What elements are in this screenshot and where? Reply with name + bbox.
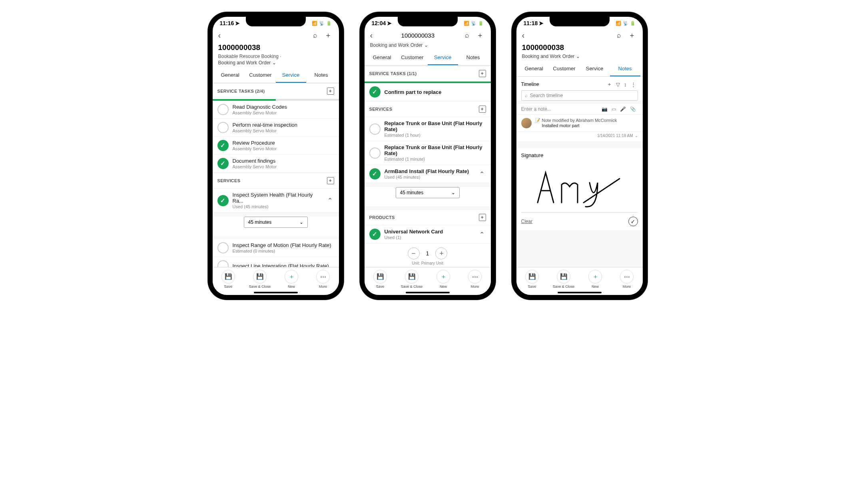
service-checkbox[interactable] [217, 195, 229, 206]
task-checkbox[interactable] [217, 140, 229, 151]
task-checkbox[interactable] [217, 122, 229, 133]
form-dropdown-label: Booking and Work Order [218, 60, 271, 66]
service-checkbox[interactable] [217, 260, 229, 267]
service-checkbox[interactable] [369, 124, 381, 135]
back-button[interactable]: ‹ [218, 31, 221, 40]
video-icon[interactable]: ▭ [610, 106, 618, 112]
task-checkbox[interactable] [369, 86, 381, 98]
task-row[interactable]: Confirm part to replace [365, 83, 491, 101]
qty-plus-button[interactable]: + [435, 247, 447, 259]
task-row[interactable]: Read Diagnostic Codes Assembly Servo Mot… [213, 101, 339, 119]
timeline-add-icon[interactable]: ＋ [605, 81, 614, 88]
save-close-button[interactable]: 💾 Save & Close [548, 270, 580, 289]
chevron-up-icon[interactable]: ⌃ [478, 169, 486, 179]
service-row[interactable]: Replace Trunk or Base Unit (Flat Hourly … [365, 117, 491, 141]
clear-signature-button[interactable]: Clear [521, 219, 533, 224]
save-close-button[interactable]: 💾 Save & Close [396, 270, 428, 289]
search-timeline-input[interactable]: ⌕ Search timeline [521, 90, 638, 101]
home-indicator[interactable] [558, 292, 602, 293]
tab-general[interactable]: General [367, 50, 397, 65]
save-close-button[interactable]: 💾 Save & Close [244, 270, 276, 289]
add-task-button[interactable]: + [479, 70, 486, 77]
new-button[interactable]: ＋ New [428, 270, 459, 289]
task-sub: Assembly Servo Motor [233, 164, 334, 169]
tab-general[interactable]: General [215, 68, 245, 83]
service-row[interactable]: Inspect Range of Motion (Flat Hourly Rat… [213, 239, 339, 257]
save-button[interactable]: 💾 Save [213, 270, 244, 289]
service-row[interactable]: ArmBand Install (Flat Hourly Rate) Used … [365, 165, 491, 183]
duration-dropdown[interactable]: 45 minutes ⌄ [244, 217, 308, 228]
task-checkbox[interactable] [217, 104, 229, 115]
new-button[interactable]: ＋ New [580, 270, 611, 289]
tab-service[interactable]: Service [428, 50, 458, 65]
back-button[interactable]: ‹ [522, 31, 525, 40]
service-row[interactable]: Inspect System Health (Flat Hourly Ra...… [213, 189, 339, 213]
tab-service[interactable]: Service [580, 62, 610, 76]
tab-customer[interactable]: Customer [549, 62, 580, 76]
more-button[interactable]: ⋯ More [611, 270, 643, 289]
search-icon: ⌕ [525, 93, 528, 98]
form-dropdown[interactable]: Booking and Work Order ⌄ [365, 42, 491, 50]
location-icon: ➤ [539, 20, 544, 26]
home-indicator[interactable] [254, 292, 298, 293]
service-row[interactable]: Inspect Line Integration (Flat Hourly Ra… [213, 257, 339, 267]
more-button[interactable]: ⋯ More [459, 270, 491, 289]
service-row[interactable]: Replace Trunk or Base Unit (Flat Hourly … [365, 141, 491, 165]
duration-dropdown[interactable]: 45 minutes ⌄ [396, 187, 460, 198]
search-icon[interactable]: ⌕ [311, 31, 319, 40]
service-checkbox[interactable] [369, 147, 381, 159]
add-service-button[interactable]: + [479, 106, 486, 113]
service-sub: Estimated (1 hour) [385, 133, 486, 137]
product-checkbox[interactable] [369, 229, 381, 240]
camera-icon[interactable]: 📷 [600, 106, 610, 112]
task-row[interactable]: Review Procedure Assembly Servo Motor [213, 137, 339, 155]
plus-icon[interactable]: ＋ [323, 30, 333, 40]
tab-notes[interactable]: Notes [610, 62, 640, 76]
tab-customer[interactable]: Customer [245, 68, 276, 83]
form-dropdown[interactable]: Booking and Work Order ⌄ [516, 54, 643, 62]
plus-icon[interactable]: ＋ [475, 30, 485, 40]
tab-customer[interactable]: Customer [397, 50, 428, 65]
more-icon: ⋯ [316, 270, 330, 283]
attach-icon[interactable]: 📎 [628, 106, 638, 112]
task-row[interactable]: Document findings Assembly Servo Motor [213, 155, 339, 173]
chevron-down-icon[interactable]: ⌄ [635, 133, 638, 138]
back-button[interactable]: ‹ [370, 31, 373, 40]
save-icon: 💾 [525, 270, 539, 283]
filter-icon[interactable]: ▽ [614, 82, 622, 88]
plus-icon[interactable]: ＋ [627, 30, 637, 40]
save-button[interactable]: 💾 Save [365, 270, 396, 289]
note-input[interactable]: Enter a note... 📷 ▭ 🎤 📎 [516, 104, 643, 115]
search-icon[interactable]: ⌕ [463, 31, 471, 40]
chevron-down-icon: ⌄ [576, 54, 580, 59]
confirm-signature-button[interactable]: ✓ [628, 217, 638, 226]
tab-service[interactable]: Service [276, 68, 306, 83]
task-checkbox[interactable] [217, 158, 229, 169]
add-task-button[interactable]: + [327, 88, 334, 95]
sort-icon[interactable]: ↕ [622, 82, 629, 88]
more-button[interactable]: ⋯ More [307, 270, 339, 289]
service-checkbox[interactable] [369, 168, 381, 179]
tab-general[interactable]: General [519, 62, 549, 76]
add-product-button[interactable]: + [479, 214, 486, 221]
service-checkbox[interactable] [217, 242, 229, 253]
mic-icon[interactable]: 🎤 [618, 106, 628, 112]
home-indicator[interactable] [406, 292, 450, 293]
duration-value: 45 minutes [248, 219, 272, 225]
product-row[interactable]: Universal Network Card Used (1) ⌃ [365, 225, 491, 243]
add-service-button[interactable]: + [327, 177, 334, 184]
more-icon[interactable]: ⋮ [629, 82, 638, 88]
signature-label: Signature [521, 152, 638, 158]
save-button[interactable]: 💾 Save [516, 270, 548, 289]
chevron-up-icon[interactable]: ⌃ [326, 195, 334, 206]
form-dropdown[interactable]: Booking and Work Order ⌄ [213, 60, 339, 68]
tab-notes[interactable]: Notes [306, 68, 337, 83]
new-button[interactable]: ＋ New [276, 270, 307, 289]
search-icon[interactable]: ⌕ [615, 31, 623, 40]
note-entry[interactable]: 📝 Note modified by Abraham McCormick Ins… [516, 115, 643, 132]
qty-minus-button[interactable]: − [408, 247, 420, 259]
task-row[interactable]: Perform real-time inspection Assembly Se… [213, 119, 339, 137]
signature-canvas[interactable] [521, 161, 638, 213]
tab-notes[interactable]: Notes [458, 50, 488, 65]
chevron-up-icon[interactable]: ⌃ [478, 229, 486, 240]
